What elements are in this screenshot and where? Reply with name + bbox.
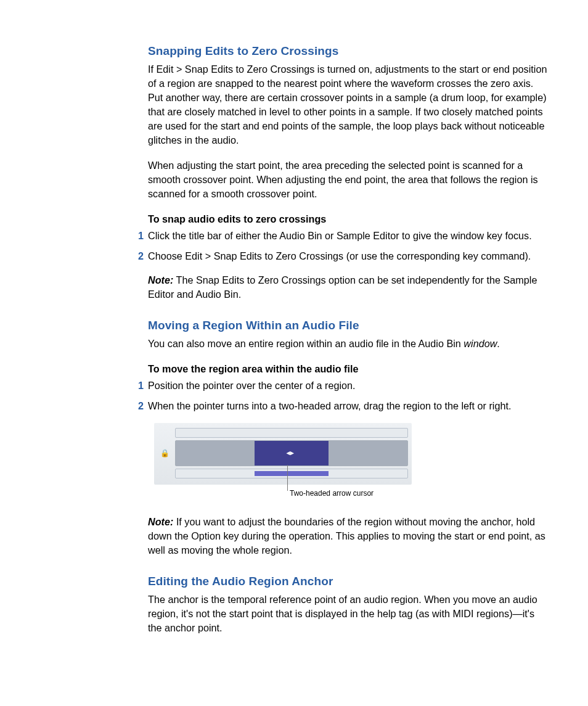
anchor-marker-bottom bbox=[259, 466, 264, 466]
two-headed-arrow-cursor-icon: ◂▸ bbox=[287, 448, 294, 458]
intro-text-a: You can also move an entire region withi… bbox=[148, 338, 463, 349]
task-heading-move: To move the region area within the audio… bbox=[148, 362, 548, 376]
note-text: The Snap Edits to Zero Crossings option … bbox=[148, 274, 537, 300]
minimap-region bbox=[255, 471, 329, 476]
figure-waveform: 🔒 ◂▸ Two-headed arrow cursor bbox=[154, 423, 412, 499]
heading-anchor: Editing the Audio Region Anchor bbox=[148, 573, 548, 590]
step-text: Click the title bar of either the Audio … bbox=[148, 230, 532, 241]
figure-callout: Two-headed arrow cursor bbox=[290, 488, 412, 499]
para-snapping-2: When adjusting the start point, the area… bbox=[148, 158, 548, 201]
step-item-2: 2 When the pointer turns into a two-head… bbox=[148, 399, 548, 413]
para-anchor: The anchor is the temporal reference poi… bbox=[148, 593, 548, 635]
step-number: 2 bbox=[138, 249, 144, 263]
step-number: 1 bbox=[138, 229, 144, 243]
note-move: Note: If you want to adjust the boundari… bbox=[148, 515, 548, 557]
intro-italic: window bbox=[463, 338, 497, 349]
step-item-2: 2 Choose Edit > Snap Edits to Zero Cross… bbox=[148, 249, 548, 263]
intro-text-b: . bbox=[497, 338, 500, 349]
minimap-track bbox=[175, 469, 408, 478]
heading-moving: Moving a Region Within an Audio File bbox=[148, 318, 548, 334]
para-snapping-1: If Edit > Snap Edits to Zero Crossings i… bbox=[148, 62, 548, 147]
steps-snap: 1 Click the title bar of either the Audi… bbox=[148, 229, 548, 263]
step-text: When the pointer turns into a two-headed… bbox=[148, 400, 511, 411]
step-number: 1 bbox=[138, 379, 144, 393]
step-item-1: 1 Position the pointer over the center o… bbox=[148, 379, 548, 393]
steps-move: 1 Position the pointer over the center o… bbox=[148, 379, 548, 413]
note-label: Note: bbox=[148, 274, 173, 285]
callout-label: Two-headed arrow cursor bbox=[290, 489, 374, 498]
task-heading-snap: To snap audio edits to zero crossings bbox=[148, 212, 548, 226]
callout-line bbox=[287, 465, 288, 491]
note-label: Note: bbox=[148, 516, 173, 527]
note-text: If you want to adjust the boundaries of … bbox=[148, 516, 545, 556]
step-text: Choose Edit > Snap Edits to Zero Crossin… bbox=[148, 250, 531, 261]
step-item-1: 1 Click the title bar of either the Audi… bbox=[148, 229, 548, 243]
note-snap: Note: The Snap Edits to Zero Crossings o… bbox=[148, 273, 548, 302]
waveform-panel: 🔒 ◂▸ bbox=[154, 423, 412, 485]
page-body: Snapping Edits to Zero Crossings If Edit… bbox=[0, 0, 588, 706]
para-moving-intro: You can also move an entire region withi… bbox=[148, 337, 548, 351]
step-number: 2 bbox=[138, 399, 144, 413]
lock-icon: 🔒 bbox=[160, 448, 169, 459]
heading-snapping: Snapping Edits to Zero Crossings bbox=[148, 43, 548, 60]
waveform-track: ◂▸ bbox=[175, 440, 408, 466]
selected-region: ◂▸ bbox=[255, 441, 329, 466]
step-text: Position the pointer over the center of … bbox=[148, 380, 356, 391]
overview-track bbox=[175, 428, 408, 438]
